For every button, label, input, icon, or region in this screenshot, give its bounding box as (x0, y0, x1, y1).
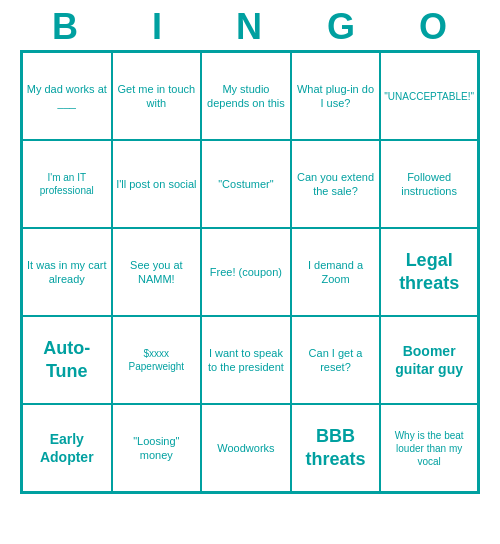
cell-18[interactable]: Can I get a reset? (291, 316, 381, 404)
cell-3[interactable]: What plug-in do I use? (291, 52, 381, 140)
cell-text-6: I'll post on social (116, 177, 196, 191)
cell-text-17: I want to speak to the president (205, 346, 287, 375)
cell-text-12: Free! (coupon) (210, 265, 282, 279)
cell-text-3: What plug-in do I use? (295, 82, 377, 111)
cell-text-10: It was in my cart already (26, 258, 108, 287)
letter-i: I (112, 6, 204, 48)
cell-text-9: Followed instructions (384, 170, 474, 199)
cell-19[interactable]: Boomer guitar guy (380, 316, 478, 404)
cell-8[interactable]: Can you extend the sale? (291, 140, 381, 228)
cell-text-0: My dad works at ___ (26, 82, 108, 111)
cell-text-1: Get me in touch with (116, 82, 198, 111)
cell-22[interactable]: Woodworks (201, 404, 291, 492)
bingo-title: B I N G O (20, 0, 480, 50)
cell-20[interactable]: Early Adopter (22, 404, 112, 492)
cell-11[interactable]: See you at NAMM! (112, 228, 202, 316)
cell-1[interactable]: Get me in touch with (112, 52, 202, 140)
cell-text-23: BBB threats (295, 425, 377, 472)
letter-b: B (20, 6, 112, 48)
cell-text-7: "Costumer" (218, 177, 274, 191)
cell-12[interactable]: Free! (coupon) (201, 228, 291, 316)
cell-text-8: Can you extend the sale? (295, 170, 377, 199)
letter-o: O (388, 6, 480, 48)
cell-text-20: Early Adopter (26, 430, 108, 466)
letter-n: N (204, 6, 296, 48)
cell-text-4: "UNACCEPTABLE!" (384, 90, 474, 103)
cell-9[interactable]: Followed instructions (380, 140, 478, 228)
cell-text-18: Can I get a reset? (295, 346, 377, 375)
cell-2[interactable]: My studio depends on this (201, 52, 291, 140)
cell-text-19: Boomer guitar guy (384, 342, 474, 378)
cell-text-2: My studio depends on this (205, 82, 287, 111)
bingo-grid: My dad works at ___Get me in touch withM… (20, 50, 480, 494)
cell-text-15: Auto-Tune (26, 337, 108, 384)
cell-24[interactable]: Why is the beat louder than my vocal (380, 404, 478, 492)
cell-0[interactable]: My dad works at ___ (22, 52, 112, 140)
cell-text-14: Legal threats (384, 249, 474, 296)
cell-16[interactable]: $xxxx Paperweight (112, 316, 202, 404)
cell-text-13: I demand a Zoom (295, 258, 377, 287)
cell-text-5: I'm an IT professional (26, 171, 108, 197)
cell-17[interactable]: I want to speak to the president (201, 316, 291, 404)
cell-6[interactable]: I'll post on social (112, 140, 202, 228)
letter-g: G (296, 6, 388, 48)
cell-21[interactable]: "Loosing" money (112, 404, 202, 492)
cell-text-11: See you at NAMM! (116, 258, 198, 287)
cell-10[interactable]: It was in my cart already (22, 228, 112, 316)
cell-text-16: $xxxx Paperweight (116, 347, 198, 373)
cell-text-21: "Loosing" money (116, 434, 198, 463)
cell-13[interactable]: I demand a Zoom (291, 228, 381, 316)
cell-text-24: Why is the beat louder than my vocal (384, 429, 474, 468)
cell-5[interactable]: I'm an IT professional (22, 140, 112, 228)
cell-7[interactable]: "Costumer" (201, 140, 291, 228)
cell-text-22: Woodworks (217, 441, 274, 455)
cell-15[interactable]: Auto-Tune (22, 316, 112, 404)
cell-14[interactable]: Legal threats (380, 228, 478, 316)
cell-23[interactable]: BBB threats (291, 404, 381, 492)
cell-4[interactable]: "UNACCEPTABLE!" (380, 52, 478, 140)
